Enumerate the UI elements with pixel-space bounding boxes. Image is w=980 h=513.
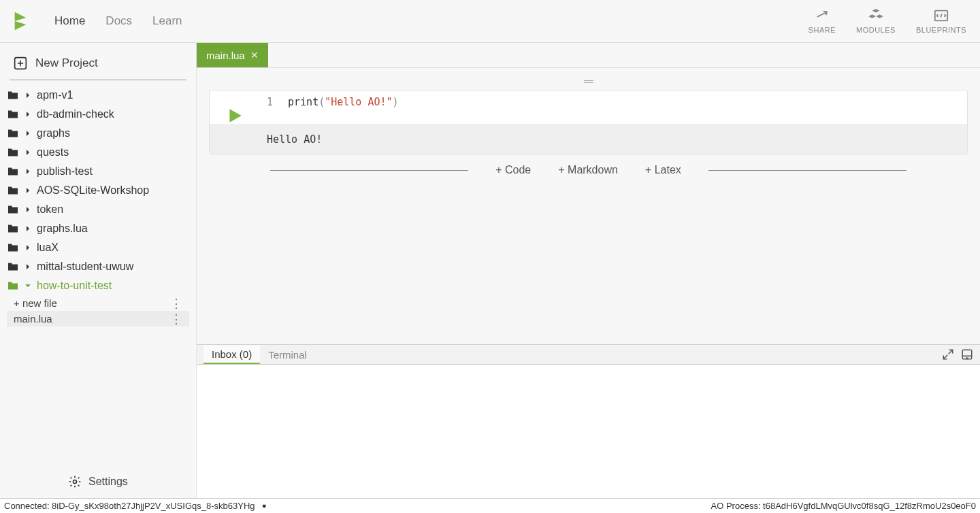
chevron-right-icon bbox=[24, 92, 31, 99]
project-label: graphs bbox=[37, 127, 70, 139]
project-publish-test[interactable]: publish-test bbox=[7, 162, 189, 181]
folder-icon bbox=[7, 243, 19, 252]
folder-icon bbox=[7, 167, 19, 176]
sidebar: New Project apm-v1 db-admin-check graphs bbox=[0, 43, 197, 498]
tab-inbox[interactable]: Inbox (0) bbox=[203, 345, 260, 364]
project-label: apm-v1 bbox=[37, 89, 73, 101]
blueprints-button[interactable]: BLUEPRINTS bbox=[916, 8, 966, 34]
share-button[interactable]: SHARE bbox=[808, 8, 836, 34]
collapse-panel-icon[interactable] bbox=[961, 348, 973, 361]
project-how-to-unit-test[interactable]: how-to-unit-test bbox=[7, 276, 189, 295]
file-label: main.lua bbox=[14, 313, 52, 325]
editor-tabs: main.lua ✕ bbox=[197, 43, 980, 68]
folder-icon bbox=[7, 205, 19, 214]
folder-icon bbox=[7, 224, 19, 233]
new-project-button[interactable]: New Project bbox=[7, 52, 189, 80]
nav-home[interactable]: Home bbox=[54, 14, 85, 28]
new-file-label: + new file bbox=[14, 297, 57, 309]
project-graphs-lua[interactable]: graphs.lua bbox=[7, 219, 189, 238]
cell-top: 1 print("Hello AO!") bbox=[210, 90, 967, 125]
folder-icon bbox=[7, 186, 19, 195]
chevron-right-icon bbox=[24, 244, 31, 251]
chevron-right-icon bbox=[24, 130, 31, 137]
chevron-right-icon bbox=[24, 111, 31, 118]
new-project-label: New Project bbox=[35, 56, 98, 70]
divider bbox=[708, 170, 906, 171]
close-icon[interactable]: ✕ bbox=[250, 50, 259, 61]
project-label: db-admin-check bbox=[37, 108, 114, 120]
status-bar: Connected: 8iD-Gy_sKx98oth27JhjjP2V_xUSI… bbox=[0, 498, 980, 513]
tab-terminal[interactable]: Terminal bbox=[260, 345, 315, 364]
gear-icon bbox=[68, 475, 82, 489]
project-tree: apm-v1 db-admin-check graphs quests publ bbox=[7, 86, 189, 468]
folder-icon bbox=[7, 90, 19, 100]
project-label: graphs.lua bbox=[37, 222, 88, 235]
panel-body bbox=[197, 365, 980, 498]
status-process: AO Process: t68AdH6VgfdLMvqGUlvc0f8sqG_1… bbox=[711, 501, 976, 511]
share-icon bbox=[815, 8, 830, 23]
play-icon[interactable] bbox=[226, 107, 244, 125]
blueprints-label: BLUEPRINTS bbox=[916, 26, 966, 34]
settings-label: Settings bbox=[88, 476, 128, 488]
tab-main-lua[interactable]: main.lua ✕ bbox=[197, 43, 268, 67]
expand-icon[interactable] bbox=[942, 348, 954, 361]
file-main-lua[interactable]: main.lua ⋮ bbox=[7, 311, 189, 327]
nav-docs[interactable]: Docs bbox=[105, 14, 132, 28]
code-editor[interactable]: 1 print("Hello AO!") bbox=[260, 90, 967, 114]
add-code-button[interactable]: + Code bbox=[495, 164, 531, 176]
code-cell: 1 print("Hello AO!") Hello AO! bbox=[209, 90, 968, 154]
nav-learn[interactable]: Learn bbox=[152, 14, 182, 28]
project-label: luaX bbox=[37, 242, 59, 254]
chevron-right-icon bbox=[24, 225, 31, 232]
new-file-button[interactable]: + new file ⋮ bbox=[7, 295, 189, 311]
header: Home Docs Learn SHARE MODULES BLUEPRINTS bbox=[0, 0, 980, 43]
project-mittal-student-uwuw[interactable]: mittal-student-uwuw bbox=[7, 257, 189, 276]
cell-output: Hello AO! bbox=[210, 125, 967, 154]
bottom-panel: Inbox (0) Terminal bbox=[197, 344, 980, 498]
blueprints-icon bbox=[934, 8, 949, 23]
folder-open-icon bbox=[7, 281, 19, 291]
chevron-right-icon bbox=[24, 187, 31, 194]
plus-square-icon bbox=[14, 56, 27, 70]
add-cell-row: + Code + Markdown + Latex bbox=[270, 164, 906, 176]
project-label: publish-test bbox=[37, 165, 93, 178]
main: New Project apm-v1 db-admin-check graphs bbox=[0, 43, 980, 498]
chevron-right-icon bbox=[24, 168, 31, 175]
share-label: SHARE bbox=[808, 26, 836, 34]
notebook: 1 print("Hello AO!") Hello AO! + Code + … bbox=[197, 68, 980, 344]
settings-button[interactable]: Settings bbox=[7, 468, 189, 489]
tab-label: main.lua bbox=[206, 50, 245, 61]
project-graphs[interactable]: graphs bbox=[7, 124, 189, 143]
drag-handle-icon[interactable] bbox=[584, 80, 593, 83]
modules-icon bbox=[868, 8, 883, 23]
add-latex-button[interactable]: + Latex bbox=[645, 164, 681, 176]
svg-rect-3 bbox=[962, 350, 972, 359]
project-db-admin-check[interactable]: db-admin-check bbox=[7, 105, 189, 124]
status-connected: Connected: 8iD-Gy_sKx98oth27JhjjP2V_xUSI… bbox=[4, 501, 255, 511]
editor-area: main.lua ✕ 1 print("Hello AO!") bbox=[197, 43, 980, 498]
project-quests[interactable]: quests bbox=[7, 143, 189, 162]
panel-tabs: Inbox (0) Terminal bbox=[197, 344, 980, 365]
project-luax[interactable]: luaX bbox=[7, 238, 189, 257]
folder-icon bbox=[7, 148, 19, 157]
chevron-right-icon bbox=[24, 149, 31, 156]
add-markdown-button[interactable]: + Markdown bbox=[558, 164, 618, 176]
project-label: how-to-unit-test bbox=[37, 280, 112, 292]
project-apm-v1[interactable]: apm-v1 bbox=[7, 86, 189, 105]
project-label: quests bbox=[37, 146, 69, 159]
header-actions: SHARE MODULES BLUEPRINTS bbox=[808, 8, 966, 34]
project-label: token bbox=[37, 203, 63, 216]
modules-button[interactable]: MODULES bbox=[856, 8, 896, 34]
chevron-right-icon bbox=[24, 206, 31, 213]
run-column bbox=[210, 90, 260, 125]
logo-icon bbox=[14, 12, 27, 31]
plug-icon[interactable] bbox=[261, 501, 270, 511]
divider bbox=[270, 170, 468, 171]
line-number: 1 bbox=[267, 96, 273, 108]
folder-icon bbox=[7, 262, 19, 271]
project-label: AOS-SQLite-Workshop bbox=[37, 184, 149, 197]
project-token[interactable]: token bbox=[7, 200, 189, 219]
modules-label: MODULES bbox=[856, 26, 896, 34]
project-label: mittal-student-uwuw bbox=[37, 261, 133, 273]
project-aos-sqlite-workshop[interactable]: AOS-SQLite-Workshop bbox=[7, 181, 189, 200]
